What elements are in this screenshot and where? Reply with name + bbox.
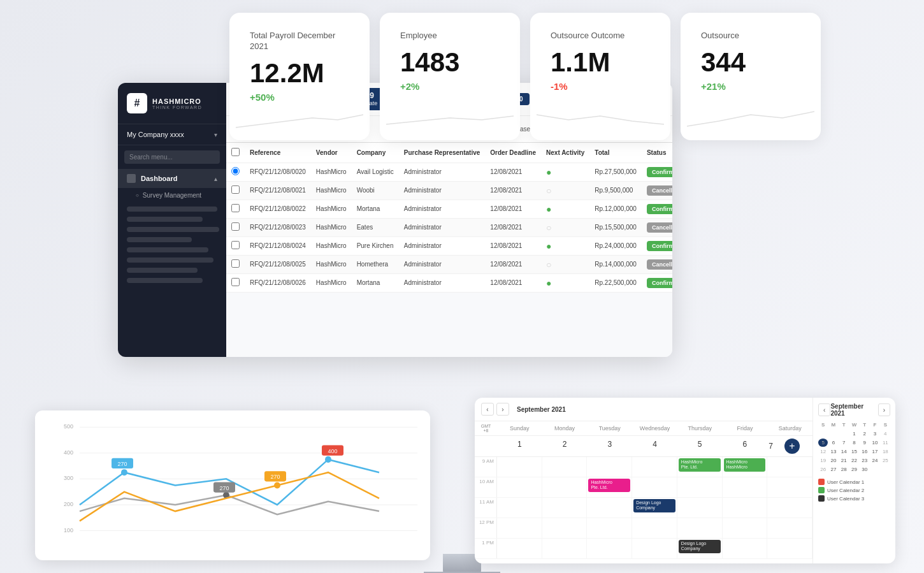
cell-tue-12pm[interactable] [587, 518, 632, 538]
mini-cal-cell[interactable]: 24 [870, 456, 879, 465]
event-thu-9am[interactable]: HashMicroPte. Ltd. [679, 458, 721, 472]
cell-tue-10am[interactable]: HashMicroPte. Ltd. [587, 477, 632, 497]
event-wed-11am[interactable]: Design LogoCompany [633, 499, 675, 512]
cell-sun-11am[interactable] [497, 498, 542, 518]
table-row[interactable]: RFQ/21/12/08/0022 HashMicro Mortana Admi… [226, 199, 672, 218]
cal-prev-button[interactable]: ‹ [481, 403, 494, 416]
select-all-checkbox[interactable] [231, 148, 240, 156]
event-thu-1pm[interactable]: Design LogoCompany [679, 540, 721, 553]
mini-cal-cell[interactable]: 7 [839, 439, 849, 447]
cell-thu-11am[interactable] [677, 498, 723, 518]
cell-wed-11am[interactable]: Design LogoCompany [632, 498, 677, 518]
mini-cal-cell[interactable]: 3 [870, 430, 879, 438]
mini-cal-cell[interactable]: 30 [860, 465, 869, 474]
cell-sun-1pm[interactable] [497, 539, 542, 558]
cell-check[interactable] [226, 181, 245, 199]
mini-cal-cell[interactable]: 6 [828, 439, 838, 447]
event-fri-9am[interactable]: HashMicroHashMicro [724, 458, 766, 472]
cell-thu-1pm[interactable]: Design LogoCompany [677, 539, 723, 558]
mini-cal-prev[interactable]: ‹ [818, 403, 830, 416]
mini-cal-cell[interactable]: 13 [828, 447, 838, 456]
cell-check[interactable] [226, 163, 245, 181]
sidebar-search[interactable]: Search menu... [124, 150, 220, 164]
row-checkbox[interactable] [231, 259, 240, 268]
add-event-button[interactable]: + [784, 439, 800, 454]
cell-sun-12pm[interactable] [497, 518, 542, 538]
mini-cal-cell[interactable]: 14 [839, 447, 849, 456]
mini-cal-cell[interactable]: 29 [849, 465, 859, 474]
cell-thu-10am[interactable] [677, 477, 723, 497]
cell-check[interactable] [226, 199, 245, 218]
cell-wed-10am[interactable] [632, 477, 677, 497]
mini-cal-cell[interactable]: 17 [870, 447, 879, 456]
table-row[interactable]: RFQ/21/12/08/0020 HashMicro Avail Logist… [226, 163, 672, 181]
cell-mon-10am[interactable] [542, 477, 588, 497]
rfq-table-container[interactable]: Reference Vendor Company Purchase Repres… [226, 143, 672, 293]
cell-check[interactable] [226, 236, 245, 255]
mini-cal-cell[interactable]: 23 [860, 456, 869, 465]
cell-thu-9am[interactable]: HashMicroPte. Ltd. [677, 457, 723, 477]
table-row[interactable]: RFQ/21/12/08/0026 HashMicro Mortana Admi… [226, 273, 672, 292]
cell-wed-12pm[interactable] [632, 518, 677, 538]
cell-mon-9am[interactable] [542, 457, 588, 477]
cell-sat-12pm[interactable] [767, 518, 812, 538]
mini-cal-cell[interactable]: 16 [860, 447, 869, 456]
mini-cal-cell[interactable]: 5 [818, 439, 828, 447]
cell-fri-11am[interactable] [723, 498, 768, 518]
cell-check[interactable] [226, 273, 245, 292]
cell-wed-9am[interactable] [632, 457, 677, 477]
mini-cal-cell[interactable]: 26 [818, 465, 828, 474]
cell-sun-9am[interactable] [497, 457, 542, 477]
row-checkbox[interactable] [231, 204, 240, 212]
mini-cal-cell[interactable]: 11 [881, 439, 890, 447]
cell-tue-9am[interactable] [587, 457, 632, 477]
row-checkbox[interactable] [231, 278, 240, 286]
cell-fri-10am[interactable] [723, 477, 768, 497]
table-row[interactable]: RFQ/21/12/08/0021 HashMicro Woobi Admini… [226, 181, 672, 199]
cell-sat-11am[interactable] [767, 498, 812, 518]
mini-cal-next[interactable]: › [878, 403, 890, 416]
mini-cal-cell[interactable]: 8 [849, 439, 859, 447]
row-radio[interactable] [231, 167, 240, 175]
cell-sat-10am[interactable] [767, 477, 812, 497]
cell-tue-1pm[interactable] [587, 539, 632, 558]
cell-mon-11am[interactable] [542, 498, 588, 518]
sidebar-item-dashboard[interactable]: Dashboard ▴ [118, 169, 226, 188]
sidebar-company-selector[interactable]: My Company xxxx ▾ [118, 124, 226, 145]
cell-fri-1pm[interactable] [723, 539, 768, 558]
mini-cal-cell[interactable]: 25 [881, 456, 890, 465]
cell-mon-12pm[interactable] [542, 518, 588, 538]
cal-next-button[interactable]: › [496, 403, 509, 416]
mini-cal-cell[interactable]: 19 [818, 456, 828, 465]
cell-fri-12pm[interactable] [723, 518, 768, 538]
mini-cal-cell[interactable]: 20 [828, 456, 838, 465]
mini-cal-cell[interactable]: 21 [839, 456, 849, 465]
table-row[interactable]: RFQ/21/12/08/0025 HashMicro Homethera Ad… [226, 255, 672, 273]
row-checkbox[interactable] [231, 185, 240, 194]
mini-cal-cell[interactable]: 12 [818, 447, 828, 456]
mini-cal-cell[interactable]: 22 [849, 456, 859, 465]
table-row[interactable]: RFQ/21/12/08/0024 HashMicro Pure Kirchen… [226, 236, 672, 255]
cell-check[interactable] [226, 218, 245, 236]
row-checkbox[interactable] [231, 222, 240, 231]
cell-check[interactable] [226, 255, 245, 273]
mini-cal-cell[interactable]: 4 [881, 430, 890, 438]
mini-cal-cell[interactable]: 9 [860, 439, 869, 447]
row-checkbox[interactable] [231, 241, 240, 249]
mini-cal-cell[interactable]: 10 [870, 439, 879, 447]
table-row[interactable]: RFQ/21/12/08/0023 HashMicro Eates Admini… [226, 218, 672, 236]
mini-cal-cell[interactable]: 15 [849, 447, 859, 456]
mini-cal-cell[interactable]: 28 [839, 465, 849, 474]
cell-sat-9am[interactable] [767, 457, 812, 477]
cell-fri-9am[interactable]: HashMicroHashMicro [723, 457, 768, 477]
cell-sat-1pm[interactable] [767, 539, 812, 558]
cell-wed-1pm[interactable] [632, 539, 677, 558]
mini-cal-cell[interactable]: 18 [881, 447, 890, 456]
cell-sun-10am[interactable] [497, 477, 542, 497]
cell-thu-12pm[interactable] [677, 518, 723, 538]
cell-mon-1pm[interactable] [542, 539, 588, 558]
mini-cal-cell[interactable]: 2 [860, 430, 869, 438]
mini-cal-cell[interactable]: 1 [849, 430, 859, 438]
mini-cal-cell[interactable]: 27 [828, 465, 838, 474]
sidebar-item-survey-management[interactable]: Survey Management [118, 188, 226, 203]
